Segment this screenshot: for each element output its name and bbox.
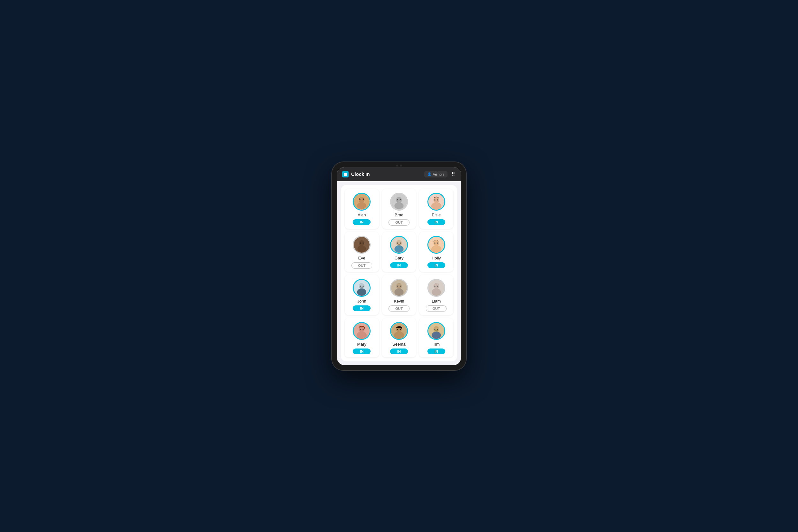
employee-card-brad[interactable]: BradOUT [382, 189, 416, 229]
employee-card-holly[interactable]: HollyIN [419, 232, 453, 272]
employee-name-seema: Seema [392, 342, 405, 347]
svg-point-20 [360, 242, 361, 244]
app-header: Clock In 👤 Visitors ⠿ [337, 167, 461, 181]
status-badge-elsie[interactable]: IN [428, 219, 445, 225]
tablet-camera [396, 165, 402, 167]
employee-card-kevin[interactable]: KevinOUT [382, 275, 416, 315]
status-badge-holly[interactable]: IN [428, 262, 445, 268]
grid-view-button[interactable]: ⠿ [451, 170, 456, 178]
employee-name-eve: Eve [358, 255, 365, 261]
svg-point-41 [400, 285, 401, 287]
avatar-tim [428, 322, 445, 340]
visitors-label: Visitors [433, 172, 444, 176]
employee-name-gary: Gary [395, 255, 403, 261]
svg-point-40 [397, 285, 398, 287]
app-title-area: Clock In [342, 171, 369, 177]
svg-point-21 [363, 242, 364, 244]
svg-point-3 [359, 199, 361, 200]
svg-point-46 [437, 285, 438, 287]
svg-point-26 [400, 242, 401, 244]
employee-card-liam[interactable]: LiamOUT [419, 275, 453, 315]
grid-icon: ⠿ [451, 171, 455, 177]
svg-point-15 [434, 199, 435, 201]
svg-point-45 [434, 285, 435, 287]
svg-point-51 [363, 328, 364, 330]
svg-point-30 [434, 242, 435, 244]
visitors-button[interactable]: 👤 Visitors [424, 171, 448, 177]
avatar-mary [353, 322, 370, 340]
avatar-eve [353, 236, 370, 254]
employee-name-mary: Mary [357, 342, 366, 347]
employee-name-john: John [357, 299, 366, 304]
svg-point-31 [437, 242, 438, 244]
svg-point-25 [397, 242, 398, 244]
employee-card-seema[interactable]: SeemaIN [382, 318, 416, 357]
avatar-alan [353, 193, 370, 211]
employee-grid: AlanIN BradOUT ElsieIN EveOUT [341, 185, 457, 361]
svg-point-2 [357, 202, 366, 209]
svg-point-36 [363, 285, 364, 287]
svg-rect-5 [359, 198, 360, 198]
app-icon [342, 171, 348, 177]
employee-name-kevin: Kevin [394, 299, 404, 304]
status-badge-brad[interactable]: OUT [388, 219, 409, 226]
status-badge-mary[interactable]: IN [353, 348, 370, 354]
avatar-seema [390, 322, 408, 340]
avatar-liam [428, 279, 445, 297]
svg-point-4 [363, 199, 364, 200]
svg-point-39 [395, 288, 404, 296]
employee-name-alan: Alan [358, 212, 366, 217]
svg-point-34 [357, 288, 366, 296]
employee-card-eve[interactable]: EveOUT [345, 232, 379, 272]
avatar-brad [390, 193, 408, 211]
svg-point-35 [360, 285, 361, 287]
svg-point-59 [432, 331, 441, 339]
svg-rect-6 [363, 198, 364, 198]
avatar-kevin [390, 279, 408, 297]
svg-point-16 [437, 199, 438, 201]
avatar-holly [428, 236, 445, 254]
svg-point-1 [359, 196, 364, 203]
tablet-screen: Clock In 👤 Visitors ⠿ AlanIN [337, 167, 461, 365]
avatar-gary [390, 236, 408, 254]
employee-name-brad: Brad [395, 212, 403, 217]
employee-card-alan[interactable]: AlanIN [345, 189, 379, 229]
svg-point-11 [400, 199, 401, 200]
status-badge-eve[interactable]: OUT [352, 262, 372, 269]
app-title: Clock In [351, 171, 369, 177]
status-badge-seema[interactable]: IN [390, 348, 408, 354]
svg-point-60 [434, 328, 435, 330]
status-badge-kevin[interactable]: OUT [388, 305, 409, 312]
avatar-elsie [428, 193, 445, 211]
employee-card-elsie[interactable]: ElsieIN [419, 189, 453, 229]
svg-point-19 [358, 245, 366, 252]
employee-name-tim: Tim [433, 342, 439, 347]
svg-point-55 [397, 328, 398, 330]
employee-name-liam: Liam [432, 299, 441, 304]
svg-point-56 [400, 328, 401, 330]
svg-point-24 [395, 245, 404, 252]
status-badge-alan[interactable]: IN [353, 219, 370, 225]
svg-point-61 [437, 328, 438, 330]
employee-card-gary[interactable]: GaryIN [382, 232, 416, 272]
tablet-device: Clock In 👤 Visitors ⠿ AlanIN [332, 162, 466, 370]
svg-point-8 [396, 196, 402, 203]
status-badge-liam[interactable]: OUT [426, 305, 446, 312]
employee-card-mary[interactable]: MaryIN [345, 318, 379, 357]
header-right: 👤 Visitors ⠿ [424, 170, 456, 178]
svg-point-10 [397, 199, 398, 200]
avatar-john [353, 279, 370, 297]
employee-name-holly: Holly [432, 255, 441, 261]
status-badge-john[interactable]: IN [353, 305, 370, 311]
employee-card-tim[interactable]: TimIN [419, 318, 453, 357]
visitors-icon: 👤 [428, 172, 431, 176]
svg-point-50 [360, 328, 361, 330]
svg-point-44 [432, 288, 441, 296]
employee-name-elsie: Elsie [432, 212, 441, 217]
status-badge-gary[interactable]: IN [390, 262, 408, 268]
employee-card-john[interactable]: JohnIN [345, 275, 379, 315]
status-badge-tim[interactable]: IN [428, 348, 445, 354]
svg-point-9 [395, 202, 404, 209]
